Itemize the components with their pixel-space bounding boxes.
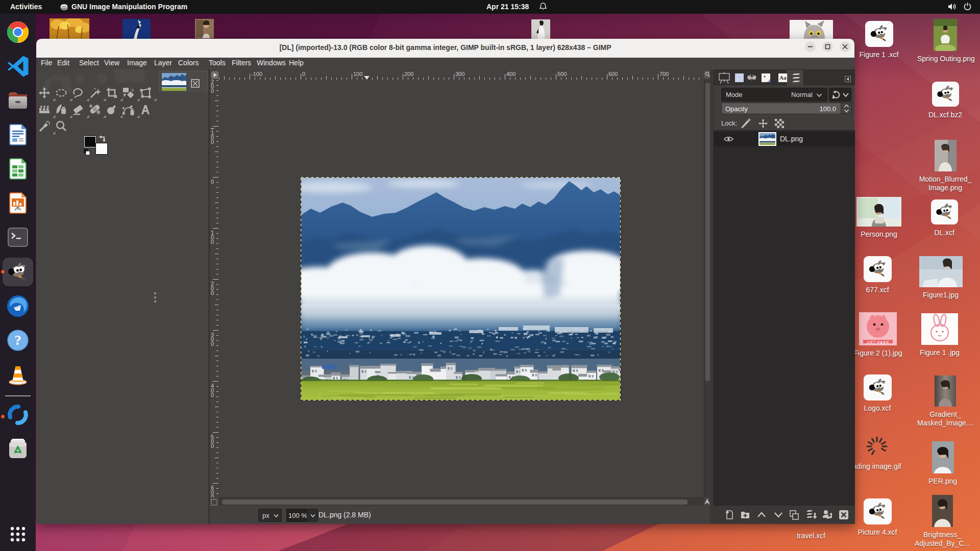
svg-text:0: 0 — [211, 290, 214, 296]
svg-text:400: 400 — [506, 71, 516, 77]
svg-text:0: 0 — [211, 239, 214, 245]
svg-text:0: 0 — [211, 392, 214, 398]
svg-text:0: 0 — [211, 443, 214, 449]
svg-text:500: 500 — [557, 71, 567, 77]
svg-text:t: t — [124, 94, 125, 97]
svg-text:700: 700 — [659, 71, 669, 77]
svg-text:0: 0 — [211, 494, 214, 497]
svg-text:?: ? — [14, 333, 21, 348]
svg-text:太坏了 准备更坏: 太坏了 准备更坏 — [867, 341, 889, 344]
svg-text:200: 200 — [404, 71, 413, 77]
svg-text:300: 300 — [455, 71, 464, 77]
svg-text:0: 0 — [302, 71, 305, 77]
svg-text:-100: -100 — [251, 71, 262, 77]
svg-text:600: 600 — [608, 71, 618, 77]
svg-text:100: 100 — [353, 71, 362, 77]
svg-text:0: 0 — [211, 139, 214, 145]
svg-text:Aa: Aa — [779, 74, 787, 81]
svg-text:0: 0 — [211, 88, 214, 94]
svg-text:0: 0 — [211, 179, 214, 185]
svg-text:0: 0 — [211, 341, 214, 347]
